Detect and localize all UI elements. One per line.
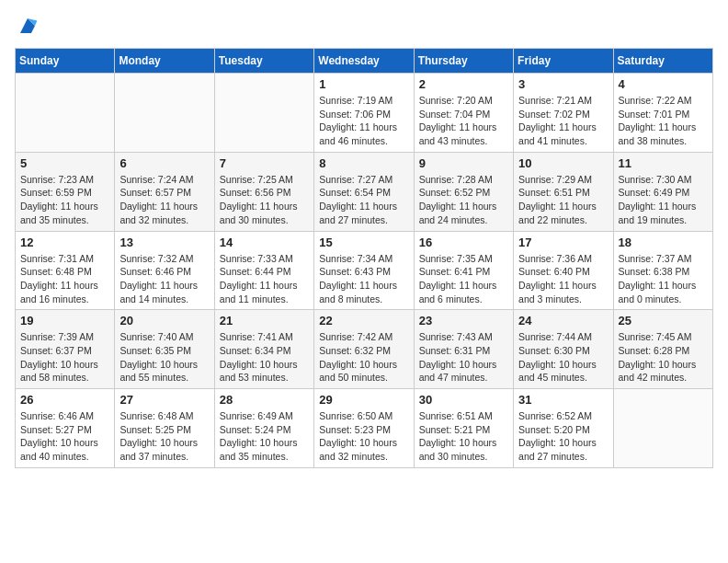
day-info: Sunrise: 7:40 AM Sunset: 6:35 PM Dayligh…	[119, 330, 209, 385]
calendar-cell: 14Sunrise: 7:33 AM Sunset: 6:44 PM Dayli…	[214, 231, 313, 310]
day-number: 18	[619, 236, 708, 249]
day-info: Sunrise: 7:23 AM Sunset: 6:59 PM Dayligh…	[20, 173, 109, 227]
day-number: 27	[119, 393, 209, 407]
calendar-week-row: 1Sunrise: 7:19 AM Sunset: 7:06 PM Daylig…	[16, 74, 713, 153]
day-number: 31	[518, 393, 608, 407]
calendar-cell: 29Sunrise: 6:50 AM Sunset: 5:23 PM Dayli…	[314, 389, 414, 468]
calendar-week-row: 26Sunrise: 6:46 AM Sunset: 5:27 PM Dayli…	[16, 389, 713, 468]
day-info: Sunrise: 7:30 AM Sunset: 6:49 PM Dayligh…	[619, 173, 708, 227]
calendar-table: SundayMondayTuesdayWednesdayThursdayFrid…	[15, 48, 713, 468]
day-number: 14	[220, 236, 309, 249]
column-header-sunday: Sunday	[16, 49, 115, 74]
calendar-cell: 31Sunrise: 6:52 AM Sunset: 5:20 PM Dayli…	[514, 389, 613, 468]
calendar-cell: 26Sunrise: 6:46 AM Sunset: 5:27 PM Dayli…	[16, 389, 115, 468]
calendar-cell: 30Sunrise: 6:51 AM Sunset: 5:21 PM Dayli…	[414, 389, 513, 468]
day-info: Sunrise: 7:29 AM Sunset: 6:51 PM Dayligh…	[518, 173, 608, 227]
calendar-cell: 20Sunrise: 7:40 AM Sunset: 6:35 PM Dayli…	[115, 310, 214, 389]
day-number: 21	[220, 314, 309, 327]
day-info: Sunrise: 7:28 AM Sunset: 6:52 PM Dayligh…	[419, 173, 508, 227]
calendar-cell: 7Sunrise: 7:25 AM Sunset: 6:56 PM Daylig…	[214, 152, 313, 231]
calendar-cell: 16Sunrise: 7:35 AM Sunset: 6:41 PM Dayli…	[414, 231, 513, 310]
day-info: Sunrise: 7:31 AM Sunset: 6:48 PM Dayligh…	[20, 252, 109, 306]
logo	[15, 15, 39, 37]
day-number: 11	[619, 156, 708, 170]
day-info: Sunrise: 7:25 AM Sunset: 6:56 PM Dayligh…	[220, 173, 309, 227]
day-info: Sunrise: 7:20 AM Sunset: 7:04 PM Dayligh…	[419, 94, 508, 148]
day-info: Sunrise: 6:48 AM Sunset: 5:25 PM Dayligh…	[119, 409, 209, 464]
calendar-cell: 27Sunrise: 6:48 AM Sunset: 5:25 PM Dayli…	[115, 389, 214, 468]
day-number: 6	[119, 156, 209, 170]
calendar-week-row: 19Sunrise: 7:39 AM Sunset: 6:37 PM Dayli…	[16, 310, 713, 389]
day-info: Sunrise: 7:36 AM Sunset: 6:40 PM Dayligh…	[518, 252, 608, 306]
calendar-cell: 8Sunrise: 7:27 AM Sunset: 6:54 PM Daylig…	[314, 152, 414, 231]
day-info: Sunrise: 7:22 AM Sunset: 7:01 PM Dayligh…	[619, 94, 708, 148]
calendar-cell: 4Sunrise: 7:22 AM Sunset: 7:01 PM Daylig…	[613, 74, 712, 153]
calendar-cell: 28Sunrise: 6:49 AM Sunset: 5:24 PM Dayli…	[214, 389, 313, 468]
calendar-cell: 5Sunrise: 7:23 AM Sunset: 6:59 PM Daylig…	[16, 152, 115, 231]
day-number: 5	[20, 156, 109, 170]
calendar-cell: 1Sunrise: 7:19 AM Sunset: 7:06 PM Daylig…	[314, 74, 414, 153]
calendar-cell	[214, 74, 313, 153]
day-info: Sunrise: 7:37 AM Sunset: 6:38 PM Dayligh…	[619, 252, 708, 306]
column-header-thursday: Thursday	[414, 49, 513, 74]
day-number: 1	[319, 77, 408, 91]
column-header-friday: Friday	[514, 49, 613, 74]
calendar-cell	[16, 74, 115, 153]
day-info: Sunrise: 7:45 AM Sunset: 6:28 PM Dayligh…	[619, 330, 708, 385]
day-number: 28	[220, 393, 309, 407]
logo-icon	[17, 15, 39, 37]
calendar-cell: 9Sunrise: 7:28 AM Sunset: 6:52 PM Daylig…	[414, 152, 513, 231]
day-info: Sunrise: 6:51 AM Sunset: 5:21 PM Dayligh…	[419, 409, 508, 464]
calendar-cell: 19Sunrise: 7:39 AM Sunset: 6:37 PM Dayli…	[16, 310, 115, 389]
day-info: Sunrise: 6:46 AM Sunset: 5:27 PM Dayligh…	[20, 409, 109, 464]
day-number: 13	[119, 236, 209, 249]
day-number: 20	[119, 314, 209, 327]
calendar-week-row: 12Sunrise: 7:31 AM Sunset: 6:48 PM Dayli…	[16, 231, 713, 310]
day-number: 16	[419, 236, 508, 249]
calendar-cell: 12Sunrise: 7:31 AM Sunset: 6:48 PM Dayli…	[16, 231, 115, 310]
column-header-monday: Monday	[115, 49, 214, 74]
day-info: Sunrise: 7:41 AM Sunset: 6:34 PM Dayligh…	[220, 330, 309, 385]
column-header-wednesday: Wednesday	[314, 49, 414, 74]
day-number: 8	[319, 156, 408, 170]
day-number: 22	[319, 314, 408, 327]
calendar-cell: 3Sunrise: 7:21 AM Sunset: 7:02 PM Daylig…	[514, 74, 613, 153]
day-number: 7	[220, 156, 309, 170]
day-number: 23	[419, 314, 508, 327]
calendar-cell: 17Sunrise: 7:36 AM Sunset: 6:40 PM Dayli…	[514, 231, 613, 310]
day-info: Sunrise: 6:49 AM Sunset: 5:24 PM Dayligh…	[220, 409, 309, 464]
day-info: Sunrise: 6:52 AM Sunset: 5:20 PM Dayligh…	[518, 409, 608, 464]
day-number: 9	[419, 156, 508, 170]
day-info: Sunrise: 7:34 AM Sunset: 6:43 PM Dayligh…	[319, 252, 408, 306]
day-info: Sunrise: 7:33 AM Sunset: 6:44 PM Dayligh…	[220, 252, 309, 306]
calendar-cell: 24Sunrise: 7:44 AM Sunset: 6:30 PM Dayli…	[514, 310, 613, 389]
day-info: Sunrise: 6:50 AM Sunset: 5:23 PM Dayligh…	[319, 409, 408, 464]
day-number: 24	[518, 314, 608, 327]
column-header-tuesday: Tuesday	[214, 49, 313, 74]
calendar-cell: 22Sunrise: 7:42 AM Sunset: 6:32 PM Dayli…	[314, 310, 414, 389]
day-number: 29	[319, 393, 408, 407]
calendar-cell: 15Sunrise: 7:34 AM Sunset: 6:43 PM Dayli…	[314, 231, 414, 310]
day-info: Sunrise: 7:35 AM Sunset: 6:41 PM Dayligh…	[419, 252, 508, 306]
day-info: Sunrise: 7:19 AM Sunset: 7:06 PM Dayligh…	[319, 94, 408, 148]
calendar-cell	[115, 74, 214, 153]
calendar-cell: 21Sunrise: 7:41 AM Sunset: 6:34 PM Dayli…	[214, 310, 313, 389]
page-header	[15, 15, 713, 37]
calendar-cell: 23Sunrise: 7:43 AM Sunset: 6:31 PM Dayli…	[414, 310, 513, 389]
calendar-cell: 10Sunrise: 7:29 AM Sunset: 6:51 PM Dayli…	[514, 152, 613, 231]
calendar-cell: 6Sunrise: 7:24 AM Sunset: 6:57 PM Daylig…	[115, 152, 214, 231]
day-number: 30	[419, 393, 508, 407]
calendar-cell: 11Sunrise: 7:30 AM Sunset: 6:49 PM Dayli…	[613, 152, 712, 231]
day-number: 12	[20, 236, 109, 249]
day-info: Sunrise: 7:44 AM Sunset: 6:30 PM Dayligh…	[518, 330, 608, 385]
calendar-cell: 2Sunrise: 7:20 AM Sunset: 7:04 PM Daylig…	[414, 74, 513, 153]
day-number: 3	[518, 77, 608, 91]
day-info: Sunrise: 7:24 AM Sunset: 6:57 PM Dayligh…	[119, 173, 209, 227]
calendar-cell: 13Sunrise: 7:32 AM Sunset: 6:46 PM Dayli…	[115, 231, 214, 310]
day-number: 25	[619, 314, 708, 327]
day-number: 15	[319, 236, 408, 249]
calendar-cell: 18Sunrise: 7:37 AM Sunset: 6:38 PM Dayli…	[613, 231, 712, 310]
day-number: 10	[518, 156, 608, 170]
day-number: 26	[20, 393, 109, 407]
day-number: 19	[20, 314, 109, 327]
